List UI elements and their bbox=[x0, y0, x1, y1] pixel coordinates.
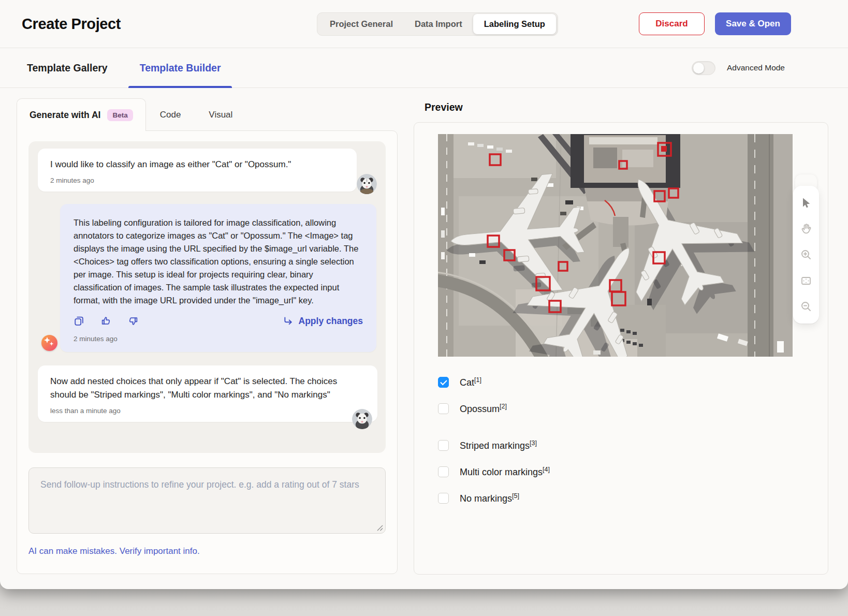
image-toolbar bbox=[793, 186, 819, 324]
copy-icon bbox=[74, 315, 85, 327]
page-title: Create Project bbox=[22, 16, 121, 33]
create-project-modal: Create Project Project General Data Impo… bbox=[0, 0, 848, 589]
ai-message: This labeling configuration is tailored … bbox=[60, 204, 376, 352]
thumbs-up-button[interactable] bbox=[100, 315, 112, 327]
zoom-out-icon bbox=[800, 300, 812, 313]
advanced-mode-control: Advanced Mode bbox=[692, 61, 785, 75]
tab-template-builder[interactable]: Template Builder bbox=[140, 48, 221, 87]
header: Create Project Project General Data Impo… bbox=[0, 0, 848, 48]
tab-code[interactable]: Code bbox=[146, 98, 195, 131]
zoom-in-icon bbox=[800, 248, 812, 261]
toggle-knob bbox=[693, 63, 704, 74]
generate-ai-card: I would like to classify an image as eit… bbox=[17, 130, 398, 574]
template-builder-panel: Generate with AI Beta Code Visual I woul… bbox=[17, 98, 398, 574]
ai-message-actions: Apply changes bbox=[74, 315, 363, 327]
chat-history[interactable]: I would like to classify an image as eit… bbox=[28, 141, 386, 453]
opossum-avatar-image bbox=[352, 409, 372, 429]
tab-generate-with-ai[interactable]: Generate with AI Beta bbox=[17, 98, 146, 131]
thumbs-down-button[interactable] bbox=[127, 315, 139, 327]
preview-title: Preview bbox=[425, 101, 828, 113]
step-tabs: Project General Data Import Labeling Set… bbox=[317, 12, 558, 36]
choice-row[interactable]: No markings[5] bbox=[438, 490, 828, 506]
choice-label: Opossum[2] bbox=[460, 403, 507, 415]
main-content: Generate with AI Beta Code Visual I woul… bbox=[0, 88, 848, 575]
user-message: I would like to classify an image as eit… bbox=[38, 149, 357, 192]
builder-tabs: Generate with AI Beta Code Visual bbox=[17, 98, 398, 131]
tab-template-gallery[interactable]: Template Gallery bbox=[27, 48, 108, 87]
fit-screen-button[interactable] bbox=[800, 274, 812, 287]
zoom-out-button[interactable] bbox=[800, 300, 812, 313]
ai-message-text: This labeling configuration is tailored … bbox=[74, 216, 363, 307]
choice-label: No markings[5] bbox=[460, 492, 519, 504]
followup-input-wrap bbox=[28, 467, 386, 534]
discard-button[interactable]: Discard bbox=[639, 12, 705, 35]
user-avatar bbox=[352, 409, 372, 429]
ai-disclaimer: AI can make mistakes. Verify important i… bbox=[28, 546, 386, 556]
fit-screen-icon bbox=[800, 274, 812, 287]
template-tabs-row: Template Gallery Template Builder Advanc… bbox=[0, 48, 848, 88]
hand-icon bbox=[800, 223, 812, 235]
user-message: Now add nested choices that only appear … bbox=[38, 365, 377, 422]
choice-checkbox[interactable] bbox=[438, 403, 449, 414]
cursor-tool-button[interactable] bbox=[800, 197, 812, 209]
preview-card: Cat[1] Opossum[2] Striped markings[3] Mu… bbox=[414, 122, 828, 575]
choice-checkbox[interactable] bbox=[438, 440, 449, 451]
generate-tab-label: Generate with AI bbox=[30, 110, 100, 121]
choice-row[interactable]: Cat[1] bbox=[438, 374, 828, 390]
apply-changes-arrow-icon bbox=[283, 316, 294, 327]
choice-checkbox[interactable] bbox=[438, 466, 449, 477]
message-timestamp: less than a minute ago bbox=[50, 407, 365, 415]
copy-button[interactable] bbox=[74, 315, 85, 327]
tab-project-general[interactable]: Project General bbox=[319, 14, 404, 34]
message-timestamp: 2 minutes ago bbox=[50, 177, 344, 184]
advanced-mode-toggle[interactable] bbox=[692, 61, 715, 75]
choice-row[interactable]: Striped markings[3] bbox=[438, 437, 828, 453]
advanced-mode-label: Advanced Mode bbox=[727, 63, 785, 72]
cursor-icon bbox=[800, 197, 812, 209]
message-timestamp: 2 minutes ago bbox=[74, 335, 363, 343]
preview-image[interactable] bbox=[438, 134, 793, 357]
thumbs-up-icon bbox=[100, 315, 112, 327]
choice-label: Multi color markings[4] bbox=[460, 466, 550, 478]
tab-data-import[interactable]: Data Import bbox=[404, 14, 473, 34]
choice-row[interactable]: Opossum[2] bbox=[438, 401, 828, 416]
choices-list: Cat[1] Opossum[2] Striped markings[3] Mu… bbox=[438, 374, 828, 506]
ai-avatar bbox=[41, 335, 57, 351]
apply-changes-button[interactable]: Apply changes bbox=[283, 316, 363, 327]
sparkles-icon bbox=[41, 335, 57, 351]
save-open-button[interactable]: Save & Open bbox=[715, 12, 791, 35]
zoom-in-button[interactable] bbox=[800, 248, 812, 261]
pan-tool-button[interactable] bbox=[800, 223, 812, 235]
tab-labeling-setup[interactable]: Labeling Setup bbox=[473, 14, 556, 34]
user-avatar bbox=[357, 174, 377, 194]
tab-visual[interactable]: Visual bbox=[195, 98, 246, 131]
user-message-text: I would like to classify an image as eit… bbox=[50, 158, 344, 171]
thumbs-down-icon bbox=[127, 315, 139, 327]
beta-badge: Beta bbox=[107, 109, 133, 121]
followup-input[interactable] bbox=[28, 467, 386, 534]
choice-label: Striped markings[3] bbox=[460, 439, 537, 451]
preview-panel: Preview bbox=[414, 98, 828, 575]
apply-changes-label: Apply changes bbox=[299, 316, 363, 327]
user-message-text: Now add nested choices that only appear … bbox=[50, 375, 365, 402]
choice-row[interactable]: Multi color markings[4] bbox=[438, 464, 828, 479]
resize-handle-icon[interactable] bbox=[377, 525, 383, 531]
header-actions: Discard Save & Open bbox=[639, 12, 791, 35]
choice-label: Cat[1] bbox=[460, 376, 481, 388]
choice-checkbox[interactable] bbox=[438, 493, 449, 504]
opossum-avatar-image bbox=[357, 174, 377, 194]
choice-checkbox[interactable] bbox=[438, 377, 449, 388]
